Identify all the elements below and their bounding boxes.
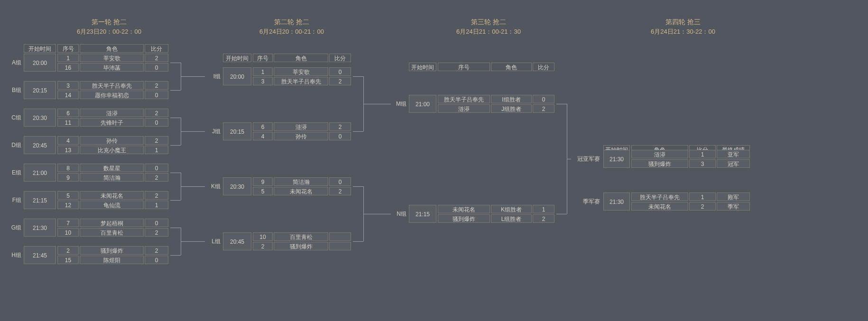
r1-score-cell: 0 [145,164,168,172]
r4-score-cell: 1 [689,193,716,201]
r2-group-label: L组 [206,237,221,246]
r1-role-cell: 涟漭 [80,109,144,117]
r1-hdr-seed: 序号 [57,44,79,53]
r3-score-cell: 2 [533,214,554,223]
connector-h [181,131,205,132]
r1-role-cell: 骚到爆炸 [80,246,144,255]
r3-hdr-start: 开始时间 [409,63,436,71]
r1-score-cell: 2 [145,54,168,62]
r2-score-cell: 2 [329,122,351,131]
r1-score-cell: 2 [145,246,168,255]
r4-result-cell: 亚军 [717,150,750,158]
r3-hdr-role: 角色 [491,63,532,71]
r2-score-cell: 0 [329,177,351,186]
connector-h [170,145,181,146]
r1-role-cell: 梦起梧桐 [80,219,144,227]
r4-start-cell: 21:30 [603,150,630,168]
round-title-line2: 6月24日21：00-21：30 [417,28,560,36]
connector-h [363,214,391,214]
connector-h [170,90,181,91]
r1-role-cell: 简洁瀚 [80,173,144,182]
r2-score-cell [329,242,351,250]
r4-role-cell: 未闻花名 [631,202,688,211]
connector-h [556,214,567,214]
round-title-line1: 第一轮 抢二 [38,18,180,27]
r4-group-label: 冠亚军赛 [573,154,600,164]
r2-seed-cell: 3 [253,77,273,85]
r2-start-cell: 20:30 [223,177,251,195]
r2-start-cell: 20:00 [223,67,251,85]
connector-h [181,76,205,77]
r1-role-cell: 毕沛菡 [80,63,144,72]
r1-start-cell: 21:15 [24,191,56,209]
r1-start-cell: 21:45 [24,246,56,264]
r1-score-cell: 2 [145,81,168,90]
r2-seed-cell: 2 [253,242,273,250]
r1-group-label: G组 [7,223,21,232]
connector-h [567,159,571,159]
connector-h [181,241,205,242]
connector-h [353,241,363,242]
r1-score-cell: 2 [145,173,168,182]
r1-group-label: A组 [7,58,21,67]
connector-h [353,186,363,187]
r1-seed-cell: 7 [57,219,79,227]
r1-score-cell: 2 [145,228,168,237]
r1-seed-cell: 10 [57,228,79,237]
r1-role-cell: 陈煜阳 [80,256,144,264]
r1-start-cell: 20:15 [24,81,56,99]
r3-group-label: N组 [392,209,406,219]
r2-role-cell: 胜天半子吕奉先 [274,77,328,85]
r1-seed-cell: 4 [57,136,79,145]
r2-hdr-start: 开始时间 [223,54,251,62]
r1-role-cell: 比克小魔王 [80,146,144,154]
r1-seed-cell: 15 [57,256,79,264]
round-title-line2: 6月24日21：30-22：00 [612,28,754,36]
r1-role-cell: 先锋叶子 [80,118,144,127]
r1-start-cell: 21:30 [24,219,56,237]
r1-group-label: H组 [7,250,21,260]
r3-start-cell: 21:00 [409,95,436,113]
r4-role-cell: 胜天半子吕奉先 [631,193,688,201]
r4-result-cell: 殿军 [717,193,750,201]
r1-role-cell: 百里青松 [80,228,144,237]
r2-seed-cell: 1 [253,67,273,76]
r2-group-label: I组 [206,72,221,81]
r2-seed-cell: 6 [253,122,273,131]
r2-role-cell: 未闻花名 [274,187,328,195]
r1-role-cell: 愿你幸福初恋 [80,91,144,99]
r1-score-cell: 2 [145,109,168,117]
r1-start-cell: 20:30 [24,109,56,127]
r4-start-cell: 21:30 [603,193,630,211]
r1-score-cell: 1 [145,201,168,209]
r1-score-cell: 1 [145,146,168,154]
r1-score-cell: 2 [145,191,168,200]
r1-seed-cell: 2 [57,246,79,255]
r1-start-cell: 20:00 [24,54,56,72]
r3-role-cell: I组胜者 [491,95,532,103]
r2-role-cell: 骚到爆炸 [274,242,328,250]
round-title-line1: 第三轮 抢二 [417,18,560,27]
r1-seed-cell: 9 [57,173,79,182]
r3-role-cell: L组胜者 [491,214,532,223]
r1-role-cell: 龟仙流 [80,201,144,209]
r4-group-label: 季军赛 [573,197,600,206]
r3-seed-cell: 胜天半子吕奉先 [438,95,490,103]
r1-seed-cell: 14 [57,91,79,99]
round-title-line2: 6月23日20：00-22：00 [38,28,180,36]
connector-h [353,131,363,132]
r2-seed-cell: 5 [253,187,273,195]
connector-h [170,200,181,201]
r1-score-cell: 0 [145,63,168,72]
connector-h [363,104,391,104]
r2-score-cell [329,232,351,241]
r2-seed-cell: 4 [253,132,273,140]
r4-result-cell: 季军 [717,202,750,211]
r1-group-label: B组 [7,85,21,95]
r2-role-cell: 百里青松 [274,232,328,241]
r4-score-cell: 2 [689,202,716,211]
round-2-title: 第二轮 抢二 6月24日20：00-21：00 [221,18,363,36]
connector-h [170,63,181,63]
connector-h [181,186,205,187]
r2-seed-cell: 9 [253,177,273,186]
